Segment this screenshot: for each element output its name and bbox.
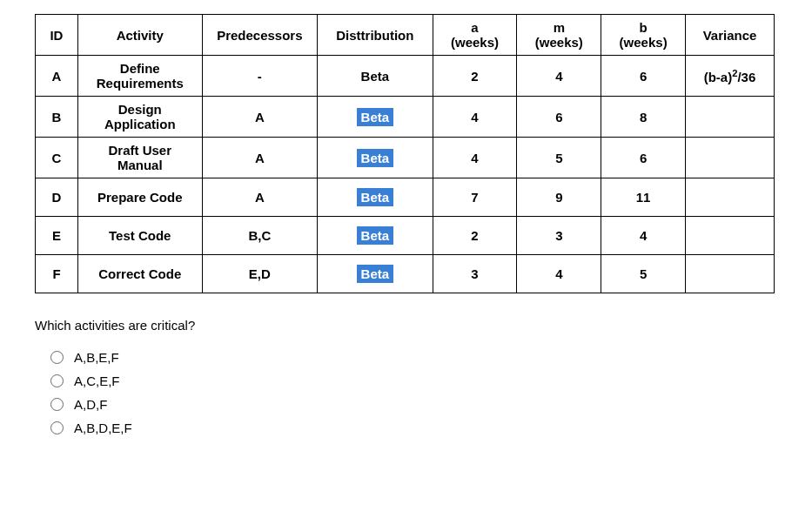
option-label: A,C,E,F [74, 374, 120, 388]
cell-predecessors: A [202, 178, 317, 217]
header-id: ID [36, 15, 78, 56]
radio-icon[interactable] [50, 351, 64, 364]
cell-distribution: Beta [318, 255, 433, 293]
cell-variance [686, 138, 775, 178]
header-variance: Variance [686, 15, 775, 56]
option-row[interactable]: A,D,F [50, 397, 777, 412]
cell-b: 8 [601, 97, 686, 138]
cell-id: F [36, 255, 78, 293]
cell-predecessors: - [202, 56, 317, 97]
header-a: a (weeks) [433, 15, 517, 56]
header-distribution: Disttribution [318, 15, 433, 56]
cell-m: 6 [517, 97, 601, 138]
cell-distribution: Beta [318, 178, 433, 217]
cell-a: 2 [433, 217, 517, 255]
table-row: BDesign ApplicationABeta468 [36, 97, 775, 138]
activity-table: ID Activity Predecessors Disttribution a… [35, 14, 775, 293]
cell-activity: Define Requirements [77, 56, 202, 97]
table-row: DPrepare CodeABeta7911 [36, 178, 775, 217]
radio-icon[interactable] [50, 421, 64, 434]
option-row[interactable]: A,C,E,F [50, 374, 777, 388]
header-predecessors: Predecessors [202, 15, 317, 56]
header-row: ID Activity Predecessors Disttribution a… [36, 15, 775, 56]
cell-a: 4 [433, 138, 517, 178]
cell-id: C [36, 138, 78, 178]
table-row: CDraft User ManualABeta456 [36, 138, 775, 178]
option-row[interactable]: A,B,E,F [50, 350, 777, 365]
cell-b: 6 [601, 138, 686, 178]
cell-id: D [36, 178, 78, 217]
cell-predecessors: A [202, 97, 317, 138]
option-row[interactable]: A,B,D,E,F [50, 421, 777, 435]
cell-variance: (b-a)2/36 [686, 56, 775, 97]
cell-activity: Design Application [77, 97, 202, 138]
cell-activity: Prepare Code [77, 178, 202, 217]
radio-icon[interactable] [50, 374, 64, 387]
cell-activity: Draft User Manual [77, 138, 202, 178]
cell-activity: Correct Code [77, 255, 202, 293]
cell-variance [686, 97, 775, 138]
option-label: A,B,D,E,F [74, 421, 132, 435]
cell-distribution: Beta [318, 138, 433, 178]
cell-id: B [36, 97, 78, 138]
cell-b: 6 [601, 56, 686, 97]
cell-predecessors: E,D [202, 255, 317, 293]
cell-a: 7 [433, 178, 517, 217]
header-m: m (weeks) [517, 15, 601, 56]
option-label: A,B,E,F [74, 350, 119, 365]
table-row: FCorrect CodeE,DBeta345 [36, 255, 775, 293]
cell-predecessors: A [202, 138, 317, 178]
cell-id: A [36, 56, 78, 97]
cell-m: 4 [517, 255, 601, 293]
cell-m: 3 [517, 217, 601, 255]
cell-activity: Test Code [77, 217, 202, 255]
cell-a: 3 [433, 255, 517, 293]
header-activity: Activity [77, 15, 202, 56]
header-b: b (weeks) [601, 15, 686, 56]
option-label: A,D,F [74, 397, 107, 412]
cell-variance [686, 178, 775, 217]
cell-m: 9 [517, 178, 601, 217]
cell-id: E [36, 217, 78, 255]
cell-b: 5 [601, 255, 686, 293]
cell-m: 4 [517, 56, 601, 97]
cell-b: 11 [601, 178, 686, 217]
cell-a: 4 [433, 97, 517, 138]
table-row: ETest CodeB,CBeta234 [36, 217, 775, 255]
radio-icon[interactable] [50, 398, 64, 411]
options-group: A,B,E,FA,C,E,FA,D,FA,B,D,E,F [50, 350, 777, 435]
cell-variance [686, 255, 775, 293]
table-row: ADefine Requirements-Beta246(b-a)2/36 [36, 56, 775, 97]
cell-a: 2 [433, 56, 517, 97]
cell-distribution: Beta [318, 217, 433, 255]
cell-distribution: Beta [318, 97, 433, 138]
cell-predecessors: B,C [202, 217, 317, 255]
cell-distribution: Beta [318, 56, 433, 97]
question-text: Which activities are critical? [35, 318, 777, 333]
cell-m: 5 [517, 138, 601, 178]
cell-variance [686, 217, 775, 255]
cell-b: 4 [601, 217, 686, 255]
